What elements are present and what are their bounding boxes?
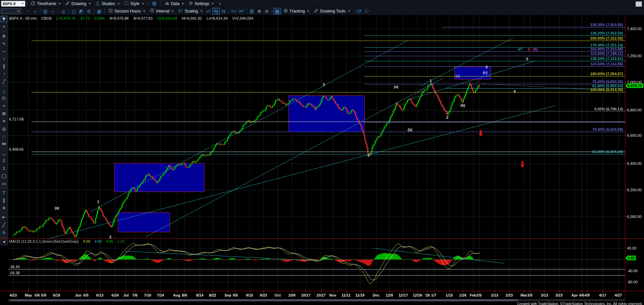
date-tick-label: 6/24 (111, 293, 119, 297)
wave-annotation[interactable]: (5) (533, 47, 537, 51)
wave-annotation[interactable]: 1 (430, 79, 432, 83)
macd-level-line[interactable] (8, 269, 625, 269)
fib-level-label: 176.40% (7,251.14) (590, 43, 623, 47)
header-field: Lo=6,914.34 (207, 16, 227, 20)
wave-annotation[interactable]: a? (518, 47, 522, 51)
header-field: A=6,977.83 (133, 16, 153, 20)
macd-level-label: -54.38 (9, 271, 20, 275)
macd-axis-label: -80.00 (627, 280, 638, 284)
date-tick-label: 1/15 (446, 293, 453, 297)
date-axis-tick (582, 291, 582, 293)
fib-level-label: 138.20% (7,152.61) (590, 57, 623, 61)
wave-annotation[interactable]: 2 (109, 235, 111, 239)
date-axis-tick (449, 291, 450, 293)
macd-level-label: -36.43 (9, 265, 20, 269)
date-axis-tick (473, 291, 473, 293)
date-axis-tick (417, 291, 418, 293)
fib-level-line[interactable] (364, 84, 625, 84)
date-tick-label: 8/14 (196, 293, 203, 297)
date-tick-label: 4/9 (584, 293, 589, 297)
fib-level-line[interactable] (31, 154, 625, 154)
date-tick-label: 10/17 (301, 293, 310, 297)
date-axis-tick (544, 291, 545, 293)
wave-annotation[interactable]: (b) (460, 103, 465, 107)
date-tick-label: 3/5 (527, 293, 532, 297)
macd-level-line[interactable] (8, 275, 625, 276)
date-axis-tick (177, 291, 177, 293)
wave-annotation[interactable]: 3 (323, 83, 325, 87)
wave-annotation[interactable]: (a) (55, 206, 59, 210)
price-axis-label: 6,400.00 (627, 161, 642, 166)
date-tick-label: 5/6 (35, 293, 40, 297)
date-tick-label: 2/5 (476, 293, 481, 297)
fib-level-line[interactable] (31, 41, 625, 41)
date-tick-label: Dec (373, 293, 380, 297)
wave-annotation[interactable]: 1 (97, 200, 99, 204)
header-field: Hi=6,991.92 (182, 16, 202, 20)
date-tick-label: 12/26 (413, 293, 422, 297)
fib-level-label: 0.00% (6,796.13) (595, 107, 623, 111)
price-chart-canvas[interactable] (0, 0, 644, 305)
macd-value: 0.00 (117, 239, 124, 243)
header-field: 0.54% (94, 16, 105, 20)
projection-box[interactable] (114, 163, 205, 192)
date-tick-label: Jun (75, 293, 82, 297)
fib-level-line[interactable] (31, 92, 625, 92)
date-axis-tick (530, 291, 530, 293)
date-axis-tick (479, 291, 479, 293)
date-tick-label: 1/26 (459, 293, 466, 297)
price-axis-label: 7,400.00 (627, 27, 642, 31)
bottom-bar: Created with TradeStation. ©TradeStation… (0, 299, 644, 305)
date-axis-tick (13, 291, 14, 293)
wave-annotation[interactable]: 4 (367, 153, 369, 157)
fib-level-line[interactable] (364, 36, 625, 36)
date-axis-tick (185, 291, 185, 293)
wave-annotation[interactable]: 2 (446, 115, 448, 119)
date-axis-tick (618, 291, 619, 293)
wave-annotation[interactable]: 5 (526, 57, 528, 61)
date-axis-tick (126, 291, 126, 293)
header-field: L=6,976.76 (57, 16, 76, 20)
date-axis-tick (587, 291, 587, 293)
fib-level-label: 200.00% (7,312.02) (590, 36, 623, 40)
fib-level-line[interactable] (364, 47, 625, 48)
date-tick-label: 12/17 (399, 293, 408, 297)
wave-annotation[interactable]: (a) (394, 85, 398, 89)
date-tick-label: Apr (572, 293, 578, 297)
fib-level-line[interactable] (364, 122, 625, 123)
date-tick-label: 9/15 (246, 293, 253, 297)
date-tick-label: 10/9 (288, 293, 295, 297)
fib-level-line[interactable] (364, 76, 625, 77)
date-tick-label: Jul (123, 293, 129, 297)
fib-level-label: 76.40% (6,993.20) (592, 80, 623, 84)
date-tick-label: 2/13 (491, 293, 498, 297)
scrollbar-thumb[interactable] (10, 299, 518, 301)
wave-annotation[interactable]: 4 (514, 89, 516, 93)
date-axis-tick (495, 291, 495, 293)
fib-level-label: 123.60% (7,185.11) (591, 51, 623, 56)
wave-annotation[interactable]: b (528, 47, 530, 51)
fib-level-line[interactable] (446, 111, 625, 112)
projection-box[interactable] (118, 212, 170, 232)
pane-divider (0, 238, 644, 239)
projection-box[interactable] (454, 67, 491, 80)
date-tick-label: Feb (470, 293, 476, 297)
horizontal-scrollbar[interactable] (8, 299, 625, 301)
horizontal-level-line[interactable] (31, 152, 625, 152)
macd-value: 4.95 (106, 239, 113, 243)
price-axis-label: 6,800.00 (627, 108, 642, 112)
fib-level-line[interactable] (364, 61, 625, 61)
date-tick-label: 10/27 (316, 293, 326, 297)
date-axis-tick (376, 291, 377, 293)
date-axis-tick (228, 291, 228, 293)
fib-level-line[interactable] (364, 66, 625, 67)
date-axis-tick (235, 291, 236, 293)
date-tick-label: 3/23 (555, 293, 562, 297)
fib-level-line[interactable] (364, 51, 625, 52)
wave-annotation[interactable]: (b) (408, 128, 412, 132)
fib-level-line[interactable] (364, 56, 625, 56)
date-axis-tick (250, 291, 250, 293)
fib-level-line[interactable] (442, 27, 625, 27)
projection-box[interactable] (288, 95, 365, 132)
date-axis-tick (333, 291, 333, 293)
